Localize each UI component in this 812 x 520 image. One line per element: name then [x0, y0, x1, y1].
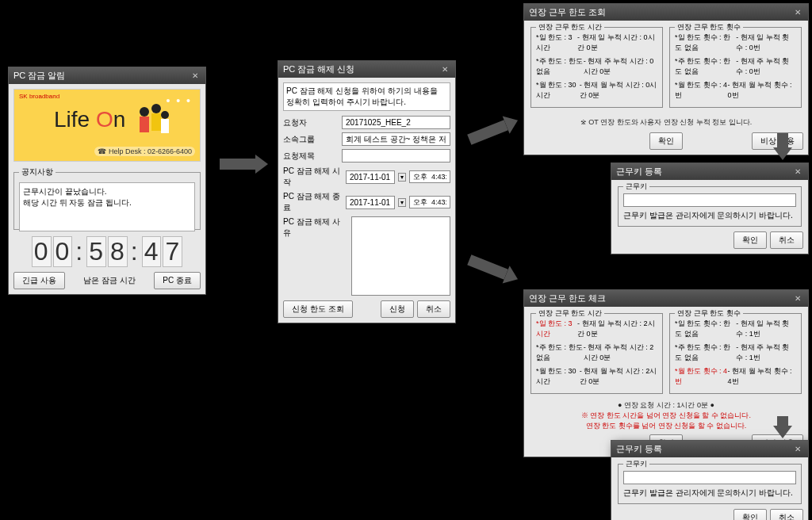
request-time-label: ● 연장 요청 시간 : 1시간 0분 ● — [529, 400, 803, 411]
workkey-input[interactable] — [623, 193, 796, 207]
window-ot-limit-query: 연장 근무 한도 조회 ✕ 연장 근무 한도 시간 *일 한도 : 3시간- 현… — [523, 3, 809, 155]
group-field — [342, 132, 450, 146]
ot-count-group: 연장 근무 한도 횟수 *일 한도 횟수 : 한도 없음- 현재 일 누적 횟수… — [669, 313, 802, 394]
cancel-button[interactable]: 취소 — [770, 509, 803, 520]
arrow-icon — [777, 133, 788, 147]
end-time-input[interactable] — [409, 196, 450, 208]
notice-group: 공지사항 근무시간이 끝났습니다. 해당 시간 뒤 자동 잠금 됩니다. — [13, 166, 201, 230]
sk-logo-text: SK broadband — [19, 93, 59, 100]
life-on-logo: Life On — [54, 107, 125, 132]
titlebar: 연장 근무 한도 조회 ✕ — [524, 4, 808, 21]
title: PC 잠금 알림 — [13, 70, 65, 82]
emergency-use-button[interactable]: 긴급 사용 — [13, 272, 65, 289]
title: 근무키 등록 — [616, 443, 662, 455]
close-icon[interactable]: ✕ — [792, 444, 803, 455]
workkey-input[interactable] — [623, 471, 796, 484]
titlebar: PC 잠금 알림 ✕ — [9, 67, 205, 84]
titlebar: 근무키 등록 ✕ — [611, 163, 808, 180]
limit-query-button[interactable]: 신청 한도 조회 — [283, 300, 353, 318]
workkey-group: 근무키 근무키 발급은 관리자에게 문의하시기 바랍니다. — [618, 464, 802, 504]
apply-button[interactable]: 신청 — [381, 300, 414, 318]
title: 연장 근무 한도 조회 — [529, 6, 606, 18]
window-lock-alert: PC 잠금 알림 ✕ SK broadband Life On • • • ☎ … — [8, 67, 206, 295]
titlebar: 근무키 등록 ✕ — [611, 441, 808, 457]
notice-text: 근무시간이 끝났습니다. 해당 시간 뒤 자동 잠금 됩니다. — [19, 182, 195, 231]
title: 근무키 등록 — [616, 166, 662, 178]
svg-rect-5 — [161, 119, 169, 133]
label-subject: 요청제목 — [283, 151, 339, 162]
arrow-icon — [220, 159, 255, 170]
close-icon[interactable]: ✕ — [190, 71, 201, 82]
svg-rect-1 — [140, 117, 149, 132]
label-reason: PC 잠금 해제 사유 — [283, 216, 348, 239]
window-unlock-request: PC 잠금 해제 신청 ✕ PC 잠금 해제 신청을 위하여 하기의 내용을 정… — [278, 60, 456, 323]
dropdown-icon[interactable]: ▾ — [398, 198, 406, 207]
help-desk-label: ☎ Help Desk : 02-6266-6400 — [94, 147, 195, 156]
workkey-msg: 근무키 발급은 관리자에게 문의하시기 바랍니다. — [623, 488, 796, 499]
cancel-button[interactable]: 취소 — [770, 231, 803, 249]
ot-note: ※ OT 연장 한도와 사용자 연장 신청 누적 정보 입니다. — [529, 117, 803, 128]
subject-input[interactable] — [342, 149, 450, 162]
titlebar: PC 잠금 해제 신청 ✕ — [278, 61, 455, 78]
countdown-timer: 00:58:47 — [13, 236, 201, 267]
ok-button[interactable]: 확인 — [733, 231, 767, 249]
svg-point-2 — [151, 104, 161, 113]
dropdown-icon[interactable]: ▾ — [398, 173, 406, 182]
ot-count-group: 연장 근무 한도 횟수 *일 한도 횟수 : 한도 없음- 현재 일 누적 횟수… — [669, 27, 802, 108]
intro-text: PC 잠금 해제 신청을 위하여 하기의 내용을 정확히 입력하여 주시기 바랍… — [283, 82, 450, 111]
ot-time-group: 연장 근무 한도 시간 *일 한도 : 3시간- 현재 일 누적 시간 : 0시… — [530, 27, 663, 108]
svg-point-4 — [161, 111, 169, 119]
pc-shutdown-button[interactable]: PC 종료 — [154, 272, 201, 289]
close-icon[interactable]: ✕ — [792, 293, 803, 304]
ot-time-group: 연장 근무 한도 시간 *일 한도 : 3시간- 현재 일 누적 시간 : 2시… — [530, 313, 663, 394]
label-end: PC 잠금 해제 종료 — [283, 191, 343, 213]
close-icon[interactable]: ✕ — [439, 64, 450, 75]
title: PC 잠금 해제 신청 — [283, 63, 354, 75]
workkey-group: 근무키 근무키 발급은 관리자에게 문의하시기 바랍니다. — [618, 186, 802, 227]
remain-time-label: 남은 잠금 시간 — [83, 275, 136, 286]
brand-banner: SK broadband Life On • • • ☎ Help Desk :… — [13, 89, 201, 162]
label-group: 소속그룹 — [283, 134, 339, 145]
notice-legend: 공지사항 — [19, 166, 56, 178]
start-time-input[interactable] — [409, 170, 450, 183]
svg-point-0 — [140, 107, 149, 117]
window-workkey-register-1: 근무키 등록 ✕ 근무키 근무키 발급은 관리자에게 문의하시기 바랍니다. 확… — [611, 162, 809, 254]
people-illustration — [128, 98, 176, 145]
cancel-button[interactable]: 취소 — [417, 300, 450, 318]
title: 연장 근무 한도 체크 — [529, 292, 606, 304]
error-line-1: ※ 연장 한도 시간을 넘어 연장 신청을 할 수 없습니다. — [529, 411, 803, 421]
requester-field — [342, 116, 450, 129]
svg-rect-3 — [151, 113, 161, 131]
workkey-msg: 근무키 발급은 관리자에게 문의하시기 바랍니다. — [623, 210, 796, 221]
close-icon[interactable]: ✕ — [792, 7, 803, 18]
label-start: PC 잠금 해제 시작 — [283, 166, 343, 188]
window-workkey-register-2: 근무키 등록 ✕ 근무키 근무키 발급은 관리자에게 문의하시기 바랍니다. 확… — [611, 440, 809, 520]
arrow-icon — [467, 254, 508, 280]
titlebar: 연장 근무 한도 체크 ✕ — [524, 290, 808, 307]
arrow-icon — [777, 416, 788, 426]
label-requester: 요청자 — [283, 117, 339, 128]
close-icon[interactable]: ✕ — [792, 166, 803, 178]
window-ot-limit-check: 연장 근무 한도 체크 ✕ 연장 근무 한도 시간 *일 한도 : 3시간- 현… — [523, 289, 809, 457]
arrow-icon — [467, 120, 508, 145]
reason-textarea[interactable] — [351, 216, 450, 296]
ok-button[interactable]: 확인 — [733, 509, 767, 520]
start-date-input[interactable] — [346, 170, 395, 184]
error-line-2: 연장 한도 횟수를 넘어 연장 신청을 할 수 없습니다. — [529, 421, 803, 431]
ok-button[interactable]: 확인 — [649, 132, 683, 150]
end-date-input[interactable] — [346, 196, 395, 209]
